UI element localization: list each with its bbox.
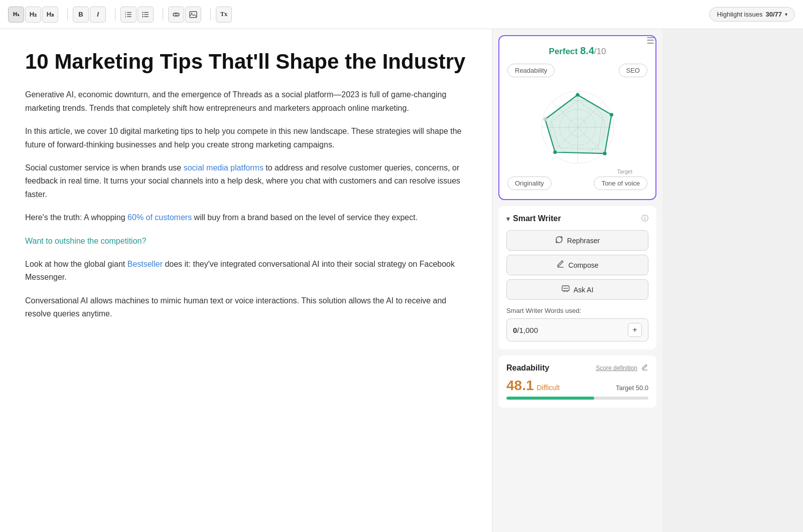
- originality-pill[interactable]: Originality: [507, 176, 552, 190]
- readability-target: Target 50.0: [616, 384, 648, 392]
- target-label: Target: [617, 168, 632, 174]
- smart-writer-section: ▾ Smart Writer ⓘ Rephraser: [498, 206, 656, 349]
- highlight-label: Highlight issues: [717, 11, 762, 18]
- rephraser-label: Rephraser: [567, 237, 600, 245]
- ordered-list-icon: 1 2 3: [124, 11, 132, 19]
- editor-area[interactable]: 10 Marketing Tips That'll Shape the Indu…: [0, 29, 492, 532]
- ordered-list-button[interactable]: 1 2 3: [120, 7, 137, 23]
- h1-button[interactable]: H₁: [8, 7, 24, 23]
- separator-1: [67, 9, 68, 21]
- rephraser-icon: [555, 236, 563, 245]
- image-icon: [189, 11, 197, 18]
- paragraph-2: In this article, we cover 10 digital mar…: [25, 125, 467, 151]
- highlight-count: 30/77: [765, 11, 782, 18]
- heading-group: H₁ H₂ H₃: [8, 7, 58, 23]
- svg-rect-12: [190, 12, 197, 18]
- link-icon: [172, 12, 180, 18]
- h2-button[interactable]: H₂: [25, 7, 41, 23]
- tone-of-voice-pill[interactable]: Tone of voice: [594, 176, 647, 190]
- words-total-number: 1,000: [519, 326, 539, 334]
- smart-writer-title: ▾ Smart Writer: [506, 214, 561, 223]
- svg-rect-33: [567, 288, 568, 289]
- svg-rect-7: [144, 14, 149, 15]
- italic-button[interactable]: I: [90, 7, 106, 23]
- svg-rect-6: [144, 12, 149, 13]
- edit-readability-icon[interactable]: [641, 364, 648, 373]
- smart-writer-chevron: ▾: [506, 215, 510, 223]
- ask-ai-button[interactable]: Ask AI: [506, 279, 648, 300]
- score-header: Perfect 8.4/10: [507, 45, 647, 57]
- words-used-number: 0: [513, 326, 517, 334]
- svg-rect-8: [144, 16, 149, 17]
- rephraser-button[interactable]: Rephraser: [506, 230, 648, 251]
- svg-point-11: [142, 16, 143, 17]
- separator-3: [163, 9, 163, 21]
- compose-icon: [557, 260, 565, 270]
- insert-group: [168, 7, 201, 23]
- words-used-row: 0/1,000 +: [506, 318, 648, 341]
- radar-chart: [532, 82, 623, 172]
- radar-chart-container: Target: [507, 82, 647, 172]
- smart-writer-info-icon[interactable]: ⓘ: [641, 214, 648, 223]
- paragraph-4: Here's the truth: A whopping 60% of cust…: [25, 211, 467, 224]
- list-group: 1 2 3: [120, 7, 154, 23]
- h3-button[interactable]: H₃: [42, 7, 58, 23]
- svg-rect-2: [127, 16, 131, 17]
- readability-score-row: 48.1 Difficult Target 50.0: [506, 378, 648, 394]
- svg-point-10: [142, 14, 143, 15]
- chevron-down-icon: ▾: [785, 12, 787, 17]
- add-words-button[interactable]: +: [628, 323, 642, 337]
- readability-score-number: 48.1: [506, 378, 534, 394]
- score-definition-link[interactable]: Score definition: [596, 365, 637, 372]
- paragraph-6: Look at how the global giant Bestseller …: [25, 258, 467, 284]
- readability-title: Readability: [506, 364, 549, 373]
- svg-point-9: [142, 12, 143, 13]
- bold-button[interactable]: B: [73, 7, 89, 23]
- bestseller-link[interactable]: Bestseller: [127, 260, 163, 268]
- clear-format-button[interactable]: Tx: [216, 7, 232, 23]
- format-group: B I: [73, 7, 106, 23]
- svg-text:3: 3: [125, 15, 126, 18]
- compose-button[interactable]: Compose: [506, 255, 648, 275]
- smart-writer-header: ▾ Smart Writer ⓘ: [506, 214, 648, 223]
- svg-rect-0: [127, 12, 131, 13]
- customers-link[interactable]: 60% of customers: [127, 213, 192, 222]
- highlight-issues-button[interactable]: Highlight issues 30/77 ▾: [709, 7, 795, 22]
- sidebar-menu-button[interactable]: ☰: [646, 35, 654, 46]
- right-sidebar: ☰ Perfect 8.4/10 Readability SEO: [492, 29, 662, 532]
- seo-pill[interactable]: SEO: [619, 64, 647, 77]
- compose-label: Compose: [569, 261, 599, 269]
- readability-pill[interactable]: Readability: [507, 64, 555, 77]
- readability-progress-bar: [506, 397, 648, 400]
- unordered-list-icon: [142, 11, 150, 19]
- svg-point-27: [553, 150, 557, 154]
- social-media-link[interactable]: social media platforms: [184, 163, 263, 172]
- article-title: 10 Marketing Tips That'll Shape the Indu…: [25, 49, 467, 74]
- image-button[interactable]: [185, 7, 201, 23]
- ask-ai-icon: [562, 285, 570, 294]
- paragraph-5: Want to outshine the competition?: [25, 235, 467, 248]
- readability-meta: Score definition: [596, 364, 648, 373]
- separator-4: [210, 9, 211, 21]
- svg-point-28: [543, 117, 547, 121]
- svg-rect-31: [564, 288, 565, 289]
- main-area: 10 Marketing Tips That'll Shape the Indu…: [0, 29, 803, 532]
- paragraph-3: Social customer service is when brands u…: [25, 161, 467, 201]
- readability-section: Readability Score definition 48.1 Diffic…: [498, 356, 656, 408]
- paragraph-7: Conversational AI allows machines to mim…: [25, 294, 467, 321]
- score-pills-bottom: Originality Tone of voice: [507, 176, 647, 190]
- separator-2: [115, 9, 115, 21]
- ask-ai-label: Ask AI: [574, 286, 594, 294]
- readability-progress-fill: [506, 397, 594, 400]
- score-pills-top: Readability SEO: [507, 64, 647, 77]
- svg-point-25: [609, 113, 613, 116]
- svg-point-24: [576, 93, 579, 97]
- paragraph-1: Generative AI, economic downturn, and th…: [25, 88, 467, 115]
- link-button[interactable]: [168, 7, 184, 23]
- svg-point-26: [603, 152, 606, 155]
- svg-rect-1: [127, 14, 131, 15]
- svg-rect-32: [565, 288, 566, 289]
- score-widget: Perfect 8.4/10 Readability SEO: [498, 35, 656, 200]
- words-used-label: Smart Writer Words used:: [506, 307, 648, 314]
- unordered-list-button[interactable]: [138, 7, 154, 23]
